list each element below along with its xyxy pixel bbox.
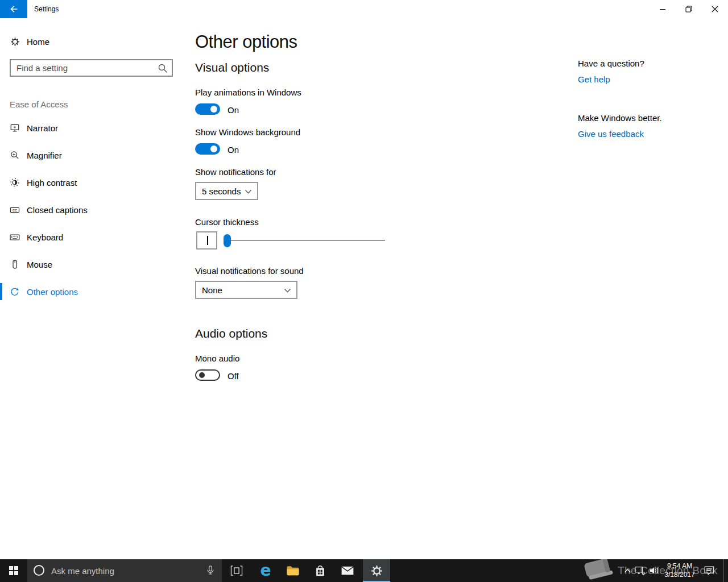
visual-notifications-dropdown-value: None xyxy=(202,285,222,295)
file-explorer-button[interactable] xyxy=(279,559,307,582)
notifications-label: Show notifications for xyxy=(195,167,276,177)
mono-audio-state: Off xyxy=(228,371,239,381)
sidebar-item-label: Other options xyxy=(27,287,78,297)
clock-date: 3/18/2017 xyxy=(660,571,700,579)
close-button[interactable] xyxy=(702,0,728,18)
cursor-thickness-label: Cursor thickness xyxy=(195,217,259,227)
selected-indicator xyxy=(0,283,2,300)
mail-button[interactable] xyxy=(334,559,361,582)
get-help-link[interactable]: Get help xyxy=(578,74,610,84)
sidebar-home-label: Home xyxy=(27,37,49,47)
play-animations-label: Play animations in Windows xyxy=(195,88,301,97)
magnifier-icon xyxy=(10,150,20,160)
make-windows-better-heading: Make Windows better. xyxy=(578,113,662,123)
have-a-question-heading: Have a question? xyxy=(578,59,644,68)
sidebar-item-high-contrast[interactable]: High contrast xyxy=(0,172,188,193)
windows-logo-icon xyxy=(9,566,18,575)
mouse-icon xyxy=(10,259,20,269)
microphone-icon[interactable] xyxy=(204,564,217,577)
show-background-state: On xyxy=(228,145,239,155)
other-options-icon xyxy=(10,286,20,297)
page-title: Other options xyxy=(195,32,297,52)
svg-text:CC: CC xyxy=(13,208,17,211)
settings-search-input[interactable] xyxy=(11,60,172,76)
minimize-button[interactable] xyxy=(650,0,676,18)
chevron-down-icon xyxy=(284,288,291,293)
show-desktop-button[interactable] xyxy=(723,559,728,582)
chevron-down-icon xyxy=(245,189,252,194)
edge-browser-button[interactable]: e xyxy=(252,559,279,582)
show-background-toggle[interactable] xyxy=(195,143,220,155)
play-animations-state: On xyxy=(228,105,239,115)
clock-time: 9:54 AM xyxy=(660,562,700,571)
cortana-search-input[interactable] xyxy=(51,559,205,582)
toggle-knob xyxy=(210,146,217,152)
tray-clock[interactable]: 9:54 AM 3/18/2017 xyxy=(660,562,700,579)
slider-thumb[interactable] xyxy=(224,234,231,247)
settings-gear-icon xyxy=(371,565,383,577)
restore-button[interactable] xyxy=(676,0,702,18)
chevron-up-icon xyxy=(624,568,631,573)
sidebar-section-label: Ease of Access xyxy=(10,99,68,109)
closed-captions-icon: CC xyxy=(10,205,20,215)
taskbar: The Collection Book e xyxy=(0,559,728,582)
store-button[interactable] xyxy=(307,559,334,582)
visual-notifications-dropdown[interactable]: None xyxy=(195,281,297,299)
sidebar-item-label: Keyboard xyxy=(27,232,63,242)
cortana-search-box[interactable] xyxy=(27,559,222,582)
restore-icon xyxy=(685,6,692,13)
sidebar-item-narrator[interactable]: Narrator xyxy=(0,118,188,138)
audio-options-heading: Audio options xyxy=(195,327,267,340)
sidebar-item-keyboard[interactable]: Keyboard xyxy=(0,227,188,247)
mail-icon xyxy=(341,566,354,576)
sidebar-item-closed-captions[interactable]: CC Closed captions xyxy=(0,199,188,220)
window-title: Settings xyxy=(34,0,59,18)
settings-window: Settings xyxy=(0,0,728,582)
toggle-knob xyxy=(199,372,205,378)
notifications-dropdown-value: 5 seconds xyxy=(202,186,241,196)
visual-notifications-label: Visual notifications for sound xyxy=(195,266,304,276)
back-arrow-icon xyxy=(9,4,19,14)
sidebar-item-label: Mouse xyxy=(27,260,52,269)
sidebar: Home Ease of Access Narrator Magni xyxy=(0,18,188,559)
toggle-knob xyxy=(210,106,217,113)
sidebar-item-home[interactable]: Home xyxy=(0,31,188,52)
sidebar-item-other-options[interactable]: Other options xyxy=(0,281,188,302)
sidebar-item-label: High contrast xyxy=(27,178,77,188)
cortana-icon xyxy=(34,565,44,576)
narrator-icon xyxy=(10,123,20,133)
slider-track[interactable] xyxy=(224,240,385,241)
play-animations-toggle[interactable] xyxy=(195,103,220,115)
visual-options-heading: Visual options xyxy=(195,61,269,74)
action-center-icon xyxy=(704,565,715,576)
task-view-icon xyxy=(230,565,243,576)
settings-taskbar-button[interactable] xyxy=(363,559,390,582)
cursor-preview-line xyxy=(207,236,208,245)
sidebar-item-label: Closed captions xyxy=(27,205,88,215)
back-button[interactable] xyxy=(0,0,27,18)
edge-icon: e xyxy=(260,559,271,582)
minimize-icon xyxy=(660,9,665,10)
task-view-button[interactable] xyxy=(224,559,249,582)
file-explorer-icon xyxy=(286,565,300,576)
sidebar-item-magnifier[interactable]: Magnifier xyxy=(0,145,188,165)
show-background-label: Show Windows background xyxy=(195,127,300,137)
notifications-dropdown[interactable]: 5 seconds xyxy=(195,182,258,200)
cursor-thickness-slider[interactable] xyxy=(224,233,385,248)
give-us-feedback-link[interactable]: Give us feedback xyxy=(578,129,644,139)
sidebar-item-label: Narrator xyxy=(27,123,58,133)
mono-audio-label: Mono audio xyxy=(195,354,239,363)
settings-search-box[interactable] xyxy=(10,59,173,77)
gear-icon xyxy=(10,36,20,47)
titlebar: Settings xyxy=(0,0,728,18)
tray-show-hidden-icons-button[interactable] xyxy=(622,559,632,582)
sidebar-item-mouse[interactable]: Mouse xyxy=(0,254,188,275)
network-tray-icon[interactable] xyxy=(632,559,647,582)
search-icon[interactable] xyxy=(157,63,168,74)
mono-audio-toggle[interactable] xyxy=(195,369,220,381)
start-button[interactable] xyxy=(0,559,27,582)
store-icon xyxy=(314,564,326,577)
action-center-button[interactable] xyxy=(701,559,718,582)
watermark-book-icon xyxy=(581,559,615,582)
high-contrast-icon xyxy=(10,177,20,188)
